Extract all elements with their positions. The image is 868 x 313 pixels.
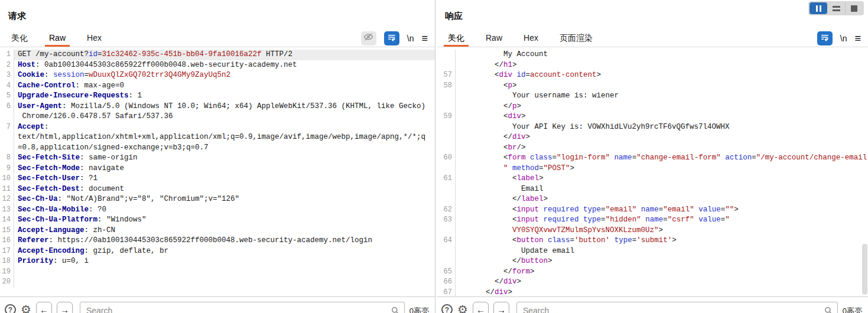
show-newlines-button[interactable]: \n bbox=[840, 34, 847, 43]
line-number bbox=[437, 256, 456, 267]
code-line: 60 <form class="login-form" name="change… bbox=[437, 153, 868, 164]
line-number: 8 bbox=[0, 153, 14, 164]
show-newlines-button[interactable]: \n bbox=[407, 34, 414, 43]
code-line: </p> bbox=[437, 102, 868, 112]
help-icon[interactable]: ? bbox=[441, 304, 453, 313]
line-number: 66 bbox=[437, 277, 456, 288]
search-icon bbox=[824, 306, 833, 313]
line-number: 13 bbox=[0, 205, 14, 216]
line-number: 62 bbox=[437, 205, 456, 216]
layout-stacked-view-button[interactable] bbox=[827, 2, 845, 14]
line-number: 14 bbox=[0, 215, 14, 226]
response-tab-bar: 美化RawHex页面渲染 \n ≡ bbox=[437, 30, 868, 47]
response-menu-button[interactable]: ≡ bbox=[854, 33, 861, 44]
code-line: 5Upgrade-Insecure-Requests: 1 bbox=[0, 91, 435, 102]
line-number: 3 bbox=[0, 70, 14, 81]
code-line: 20 bbox=[0, 277, 435, 288]
code-line: 6User-Agent: Mozilla/5.0 (Windows NT 10.… bbox=[0, 102, 435, 112]
code-line: 63 <input required type="hidden" name="c… bbox=[437, 215, 868, 226]
tab-beautify[interactable]: 美化 bbox=[7, 30, 32, 47]
line-number bbox=[437, 184, 456, 195]
line-number: 2 bbox=[0, 60, 14, 71]
request-tab-bar: 美化RawHex bbox=[0, 30, 435, 47]
response-editor-toolbar: \n ≡ bbox=[817, 30, 868, 47]
layout-split-view-button[interactable] bbox=[810, 2, 827, 14]
prev-match-button[interactable]: ← bbox=[36, 302, 52, 313]
code-line: 2Host: 0ab100130445303c865922ff000b0048.… bbox=[0, 60, 435, 71]
highlight-count: 0高亮 bbox=[843, 302, 862, 313]
code-line: </label> bbox=[437, 194, 868, 205]
line-number bbox=[0, 132, 14, 143]
line-number: 16 bbox=[0, 236, 14, 246]
code-line: 8Sec-Fetch-Site: same-origin bbox=[0, 153, 435, 164]
response-panel: 响应 美化RawHex页面渲染 \n ≡ My Account </h1>57 bbox=[437, 0, 868, 313]
line-number bbox=[437, 132, 456, 143]
request-menu-button[interactable]: ≡ bbox=[421, 33, 428, 44]
code-line: 59 <div> bbox=[437, 112, 868, 122]
line-number: 19 bbox=[0, 267, 14, 278]
code-line: 61 <label> bbox=[437, 174, 868, 184]
tab-hex[interactable]: Hex bbox=[83, 30, 106, 47]
code-line: <br/> bbox=[437, 143, 868, 154]
eye-off-icon bbox=[363, 32, 373, 44]
help-icon[interactable]: ? bbox=[5, 304, 16, 313]
next-match-button[interactable]: → bbox=[57, 302, 73, 313]
prev-match-button[interactable]: ← bbox=[473, 302, 489, 313]
code-line: 10Sec-Fetch-User: ?1 bbox=[0, 174, 435, 184]
code-line: 11Sec-Fetch-Dest: document bbox=[0, 184, 435, 195]
line-number bbox=[437, 102, 456, 112]
code-line: Email bbox=[437, 184, 868, 195]
line-number: 57 bbox=[437, 70, 456, 81]
line-number: 10 bbox=[0, 174, 14, 184]
response-search-input[interactable] bbox=[516, 302, 838, 313]
hide-content-button[interactable] bbox=[361, 31, 376, 45]
word-wrap-button[interactable] bbox=[817, 31, 833, 45]
tab-render[interactable]: 页面渲染 bbox=[555, 30, 597, 47]
line-number: 9 bbox=[0, 164, 14, 174]
code-line: =0.8,application/signed-exchange;v=b3;q=… bbox=[0, 143, 435, 154]
code-line: 13Sec-Ch-Ua-Mobile: ?0 bbox=[0, 205, 435, 216]
request-editor-toolbar: \n ≡ bbox=[361, 30, 435, 47]
code-line: VY0SYQXvwvTZMulmSpYvsNOXKLzum0Uz"> bbox=[437, 226, 868, 236]
code-line: 65 </form> bbox=[437, 267, 868, 278]
scrollbar-thumb[interactable] bbox=[862, 244, 867, 295]
word-wrap-icon bbox=[387, 32, 396, 44]
code-line: </h1> bbox=[437, 60, 868, 71]
line-number: 1 bbox=[0, 50, 14, 60]
line-number bbox=[437, 226, 456, 236]
layout-single-view-button[interactable] bbox=[845, 2, 863, 14]
line-number: 59 bbox=[437, 112, 456, 122]
code-line: 15Accept-Language: zh-CN bbox=[0, 226, 435, 236]
request-panel-title: 请求 bbox=[8, 11, 26, 22]
line-number bbox=[437, 60, 456, 71]
tab-raw[interactable]: Raw bbox=[45, 30, 70, 47]
line-number: 61 bbox=[437, 174, 456, 184]
gear-icon[interactable]: ⚙ bbox=[457, 304, 468, 313]
code-line: </div> bbox=[437, 132, 868, 143]
line-number bbox=[437, 194, 456, 205]
stacked-view-icon bbox=[833, 6, 840, 11]
tab-raw[interactable]: Raw bbox=[482, 30, 506, 47]
code-line: " method="POST"> bbox=[437, 164, 868, 174]
code-line: 66 </div> bbox=[437, 277, 868, 288]
line-number bbox=[437, 164, 456, 174]
code-line: 7Accept: bbox=[0, 122, 435, 133]
tab-beautify[interactable]: 美化 bbox=[444, 30, 469, 47]
gear-icon[interactable]: ⚙ bbox=[21, 304, 31, 313]
response-editor[interactable]: My Account </h1>57 <div id=account-conte… bbox=[437, 50, 868, 296]
tab-hex[interactable]: Hex bbox=[519, 30, 542, 47]
line-number: 64 bbox=[437, 236, 456, 246]
code-line: 4Cache-Control: max-age=0 bbox=[0, 81, 435, 92]
line-number bbox=[437, 246, 456, 257]
code-line: 19 bbox=[0, 267, 435, 278]
code-line: 62 <input required type="email" name="em… bbox=[437, 205, 868, 216]
line-number bbox=[437, 122, 456, 133]
request-search-input[interactable] bbox=[80, 302, 405, 313]
next-match-button[interactable]: → bbox=[493, 302, 509, 313]
highlight-count: 0高亮 bbox=[409, 302, 429, 313]
word-wrap-button[interactable] bbox=[384, 31, 399, 45]
split-view-icon bbox=[816, 5, 818, 12]
request-editor[interactable]: 1GET /my-account?id=31c32462-935c-451b-b… bbox=[0, 50, 435, 296]
line-number: 60 bbox=[437, 153, 456, 164]
right-arrow-icon: → bbox=[60, 305, 69, 313]
